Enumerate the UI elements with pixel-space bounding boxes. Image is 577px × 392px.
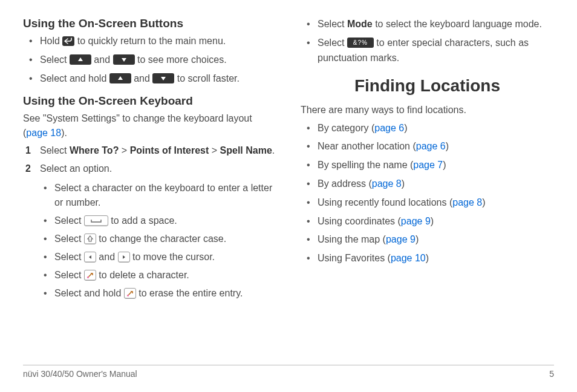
step-item: Select an option. Select a character on … [23, 162, 276, 301]
text: to erase the entire entry. [136, 288, 243, 298]
arrow-up-icon [109, 73, 131, 83]
list-item: Select to change the character case. [40, 232, 276, 246]
page-footer: nüvi 30/40/50 Owner's Manual 5 [23, 365, 554, 379]
page-link[interactable]: page 8 [372, 178, 402, 189]
left-column: Using the On-Screen Buttons Hold to quic… [23, 17, 276, 351]
page-link[interactable]: page 6 [374, 123, 404, 133]
list-item: Select to delete a character. [40, 268, 276, 283]
bold-text: Spell Name [220, 145, 272, 155]
text: By address ( [318, 178, 372, 189]
text: Select and hold [40, 73, 109, 83]
delete-icon [124, 288, 136, 299]
list-item: By category (page 6) [301, 121, 554, 136]
arrow-down-icon [113, 54, 135, 65]
text: By category ( [318, 123, 374, 133]
text: ) [426, 253, 429, 263]
text: Select [40, 145, 70, 155]
keyboard-substeps: Select a character on the keyboard to en… [40, 181, 276, 301]
text: Select and hold [54, 288, 124, 298]
footer-title: nüvi 30/40/50 Owner's Manual [23, 369, 137, 379]
bold-text: Points of Interest [130, 145, 209, 155]
text: ) [431, 216, 434, 226]
text: and [96, 252, 118, 262]
list-item: Hold to quickly return to the main menu. [23, 34, 276, 49]
svg-rect-1 [127, 295, 129, 296]
finding-intro: There are many ways to find locations. [301, 103, 554, 117]
svg-rect-0 [87, 276, 89, 278]
list-item: Near another location (page 6) [301, 139, 554, 154]
list-item: Using recently found locations (page 8) [301, 195, 554, 211]
keyboard-continued-list: Select Mode to select the keyboard langu… [301, 17, 554, 65]
text: Using the map ( [318, 234, 386, 244]
page-content: Using the On-Screen Buttons Hold to quic… [0, 0, 577, 351]
page-link[interactable]: page 7 [413, 160, 443, 170]
page-link[interactable]: page 8 [452, 197, 482, 207]
list-item: Select and to see more choices. [23, 53, 276, 68]
list-item: Select to add a space. [40, 214, 276, 228]
list-item: Using Favorites (page 10) [301, 251, 554, 266]
arrow-up-icon [70, 54, 91, 65]
list-item: Select and to move the cursor. [40, 250, 276, 264]
text: Select [318, 38, 347, 48]
bold-text: Mode [347, 19, 373, 29]
text: to see more choices. [135, 54, 227, 65]
finding-locations-list: By category (page 6)Near another locatio… [301, 121, 554, 266]
space-icon [84, 215, 108, 226]
keyboard-steps: Select Where To? > Points of Interest > … [23, 143, 276, 301]
list-item: Select a character on the keyboard to en… [40, 181, 276, 210]
text: to quickly return to the main menu. [74, 36, 226, 46]
delete-icon [84, 270, 96, 281]
text: to select the keyboard language mode. [373, 19, 542, 29]
text: . [272, 145, 275, 155]
text: ) [443, 160, 446, 170]
bold-text: Where To? [70, 145, 119, 155]
onscreen-buttons-list: Hold to quickly return to the main menu.… [23, 34, 276, 86]
text: Select [318, 19, 347, 29]
page-link[interactable]: page 10 [391, 253, 426, 263]
page-link[interactable]: page 6 [416, 141, 446, 151]
text: Using coordinates ( [318, 216, 401, 226]
list-item: Select and hold and to scroll faster. [23, 71, 276, 87]
heading-onscreen-keyboard: Using the On-Screen Keyboard [23, 94, 276, 108]
page-link[interactable]: page 18 [26, 128, 61, 138]
text: to change the character case. [96, 234, 226, 244]
text: to delete a character. [96, 270, 189, 280]
text: ) [416, 234, 419, 244]
arrow-down-icon [152, 73, 174, 83]
text: Select [54, 270, 84, 280]
text: ) [482, 197, 485, 207]
text: Select [54, 252, 84, 262]
text: Select [40, 54, 70, 65]
page-number: 5 [549, 369, 554, 379]
step-item: Select Where To? > Points of Interest > … [23, 143, 276, 158]
text: > [209, 145, 220, 155]
special-chars-icon: &?% [347, 38, 374, 48]
text: By spelling the name ( [318, 160, 413, 170]
text: ) [404, 123, 407, 133]
text: and [91, 54, 113, 65]
text: Select [54, 234, 84, 244]
cursor-right-icon [118, 252, 130, 263]
text: Select [54, 215, 84, 226]
heading-finding-locations: Finding Locations [301, 76, 554, 96]
heading-onscreen-buttons: Using the On-Screen Buttons [23, 17, 276, 30]
list-item: By spelling the name (page 7) [301, 158, 554, 173]
cursor-left-icon [84, 252, 96, 263]
text: Using Favorites ( [318, 253, 391, 263]
shift-icon [84, 234, 96, 244]
text: Near another location ( [318, 141, 416, 151]
text: to move the cursor. [130, 252, 215, 262]
text: to scroll faster. [174, 73, 240, 83]
text: ) [402, 178, 405, 189]
list-item: Using coordinates (page 9) [301, 214, 554, 229]
list-item: Select Mode to select the keyboard langu… [301, 17, 554, 32]
right-column: Select Mode to select the keyboard langu… [301, 17, 554, 351]
back-icon [62, 36, 74, 46]
text: Select an option. [40, 163, 112, 174]
text: to add a space. [108, 215, 177, 226]
page-link[interactable]: page 9 [401, 216, 431, 226]
text: and [131, 73, 153, 83]
list-item: By address (page 8) [301, 177, 554, 192]
page-link[interactable]: page 9 [386, 234, 416, 244]
text: Hold [40, 36, 62, 46]
